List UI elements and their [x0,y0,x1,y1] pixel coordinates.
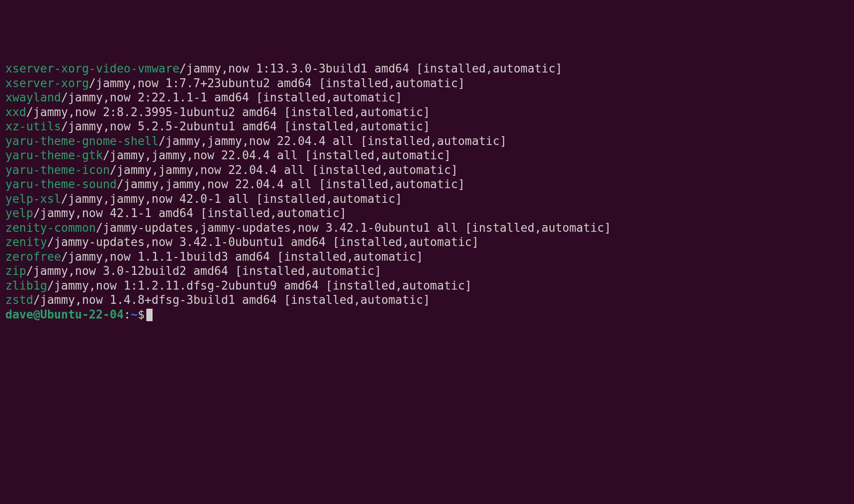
package-name: yaru-theme-sound [5,177,117,191]
package-info: /jammy,jammy,now 22.04.4 all [installed,… [103,149,451,162]
package-line: zlib1g/jammy,now 1:1.2.11.dfsg-2ubuntu9 … [5,278,849,293]
package-info: /jammy,jammy,now 22.04.4 all [installed,… [110,163,458,177]
package-name: zip [5,264,26,278]
package-name: xwayland [5,91,61,104]
package-line: zenity/jammy-updates,now 3.42.1-0ubuntu1… [5,235,849,250]
package-line: zenity-common/jammy-updates,jammy-update… [5,221,849,235]
package-info: /jammy-updates,now 3.42.1-0ubuntu1 amd64… [47,235,479,249]
package-info: /jammy,now 1:7.7+23ubuntu2 amd64 [instal… [89,77,465,90]
package-name: xserver-xorg-video-vmware [5,62,179,75]
package-name: xz-utils [5,120,61,133]
shell-prompt[interactable]: dave@Ubuntu-22-04:~$ [5,307,849,322]
prompt-host: Ubuntu-22-04 [40,308,124,321]
prompt-colon: : [124,308,131,321]
package-name: yelp-xsl [5,192,61,206]
package-name: yaru-theme-gnome-shell [5,134,158,148]
package-line: xxd/jammy,now 2:8.2.3995-1ubuntu2 amd64 … [5,105,849,120]
package-info: /jammy-updates,jammy-updates,now 3.42.1-… [96,221,611,234]
package-info: /jammy,jammy,now 42.0-1 all [installed,a… [61,192,402,206]
package-info: /jammy,now 5.2.5-2ubuntu1 amd64 [install… [61,120,430,133]
package-line: yaru-theme-gtk/jammy,jammy,now 22.04.4 a… [5,148,849,163]
package-line: zip/jammy,now 3.0-12build2 amd64 [instal… [5,264,849,278]
package-info: /jammy,now 1.4.8+dfsg-3build1 amd64 [ins… [33,293,430,306]
package-info: /jammy,now 1:1.2.11.dfsg-2ubuntu9 amd64 … [47,279,472,292]
cursor-icon [146,309,153,321]
prompt-dollar: $ [137,308,145,321]
package-line: yaru-theme-gnome-shell/jammy,jammy,now 2… [5,134,849,149]
package-info: /jammy,jammy,now 22.04.4 all [installed,… [117,177,465,191]
package-line: xwayland/jammy,now 2:22.1.1-1 amd64 [ins… [5,90,849,105]
package-line: yaru-theme-icon/jammy,jammy,now 22.04.4 … [5,163,849,177]
package-name: xserver-xorg [5,77,89,90]
package-name: yaru-theme-gtk [5,149,103,162]
package-info: /jammy,now 42.1-1 amd64 [installed,autom… [33,206,346,220]
package-info: /jammy,now 2:22.1.1-1 amd64 [installed,a… [61,91,402,104]
package-info: /jammy,now 2:8.2.3995-1ubuntu2 amd64 [in… [26,105,430,119]
package-info: /jammy,now 1.1.1-1build3 amd64 [installe… [61,250,423,263]
prompt-user: dave [5,308,33,321]
package-name: zstd [5,293,33,306]
package-line: zstd/jammy,now 1.4.8+dfsg-3build1 amd64 … [5,293,849,307]
package-line: zerofree/jammy,now 1.1.1-1build3 amd64 [… [5,250,849,264]
package-name: yaru-theme-icon [5,163,110,177]
package-info: /jammy,jammy,now 22.04.4 all [installed,… [158,134,507,148]
package-line: yaru-theme-sound/jammy,jammy,now 22.04.4… [5,177,849,192]
package-line: yelp-xsl/jammy,jammy,now 42.0-1 all [ins… [5,192,849,206]
package-line: xz-utils/jammy,now 5.2.5-2ubuntu1 amd64 … [5,119,849,134]
package-name: yelp [5,206,33,220]
terminal-output[interactable]: xserver-xorg-video-vmware/jammy,now 1:13… [5,61,849,322]
package-name: xxd [5,105,26,119]
package-line: xserver-xorg/jammy,now 1:7.7+23ubuntu2 a… [5,76,849,91]
package-name: zenity [5,235,47,249]
package-info: /jammy,now 1:13.3.0-3build1 amd64 [insta… [179,62,562,75]
package-name: zenity-common [5,221,96,234]
prompt-path: ~ [131,308,138,321]
package-line: yelp/jammy,now 42.1-1 amd64 [installed,a… [5,206,849,221]
package-name: zerofree [5,250,61,263]
prompt-at: @ [33,308,40,321]
package-name: zlib1g [5,279,47,292]
package-line: xserver-xorg-video-vmware/jammy,now 1:13… [5,61,849,76]
package-info: /jammy,now 3.0-12build2 amd64 [installed… [26,264,381,278]
